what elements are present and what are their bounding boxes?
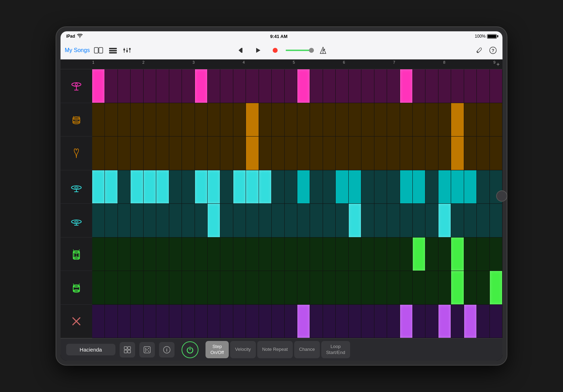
grid-cell-1-5[interactable] xyxy=(156,103,169,137)
add-track-button[interactable]: + xyxy=(496,61,500,68)
grid-cell-1-24[interactable] xyxy=(400,103,413,137)
grid-cell-3-23[interactable] xyxy=(387,170,400,204)
grid-cell-1-7[interactable] xyxy=(182,103,195,137)
grid-cell-1-13[interactable] xyxy=(259,103,272,137)
grid-cell-5-27[interactable] xyxy=(438,238,451,271)
grid-cell-2-0[interactable] xyxy=(92,137,105,170)
grid-view-button[interactable] xyxy=(120,342,135,358)
grid-cell-6-12[interactable] xyxy=(246,271,259,304)
grid-cell-6-16[interactable] xyxy=(297,271,310,304)
grid-cell-2-1[interactable] xyxy=(105,137,118,170)
grid-cell-2-31[interactable] xyxy=(490,137,502,170)
grid-cell-5-22[interactable] xyxy=(374,238,387,271)
grid-cell-1-26[interactable] xyxy=(425,103,438,137)
grid-cell-0-31[interactable] xyxy=(490,69,502,103)
grid-cell-0-23[interactable] xyxy=(387,69,400,103)
grid-cell-3-8[interactable] xyxy=(195,170,208,204)
grid-cell-2-6[interactable] xyxy=(169,137,182,170)
grid-cell-4-1[interactable] xyxy=(105,204,118,237)
grid-cell-6-9[interactable] xyxy=(208,271,220,304)
grid-cell-5-14[interactable] xyxy=(272,238,284,271)
split-view-icon[interactable] xyxy=(93,46,105,55)
grid-cell-5-5[interactable] xyxy=(156,238,169,271)
grid-cell-2-2[interactable] xyxy=(118,137,131,170)
grid-cell-5-2[interactable] xyxy=(118,238,131,271)
grid-cell-2-4[interactable] xyxy=(144,137,156,170)
grid-cell-4-7[interactable] xyxy=(182,204,195,237)
grid-cell-1-30[interactable] xyxy=(477,103,489,137)
grid-cell-7-31[interactable] xyxy=(490,305,502,338)
grid-cell-6-28[interactable] xyxy=(451,271,464,304)
grid-cell-0-6[interactable] xyxy=(169,69,182,103)
grid-cell-2-5[interactable] xyxy=(156,137,169,170)
grid-cell-6-20[interactable] xyxy=(349,271,361,304)
grid-cell-1-14[interactable] xyxy=(272,103,284,137)
grid-cell-0-21[interactable] xyxy=(361,69,374,103)
grid-cell-0-16[interactable] xyxy=(297,69,310,103)
dice-button[interactable] xyxy=(139,342,155,358)
grid-cell-0-9[interactable] xyxy=(208,69,220,103)
grid-cell-1-25[interactable] xyxy=(413,103,425,137)
grid-cell-0-26[interactable] xyxy=(425,69,438,103)
grid-cell-6-26[interactable] xyxy=(425,271,438,304)
my-songs-button[interactable]: My Songs xyxy=(65,47,90,53)
grid-cell-6-7[interactable] xyxy=(182,271,195,304)
grid-cell-1-21[interactable] xyxy=(361,103,374,137)
grid-cell-5-1[interactable] xyxy=(105,238,118,271)
grid-cell-3-4[interactable] xyxy=(144,170,156,204)
grid-cell-4-25[interactable] xyxy=(413,204,425,237)
grid-cell-0-0[interactable] xyxy=(92,69,105,103)
grid-cell-1-29[interactable] xyxy=(464,103,477,137)
grid-cell-7-19[interactable] xyxy=(336,305,348,338)
info-button[interactable]: i xyxy=(159,342,175,358)
grid-cell-4-29[interactable] xyxy=(464,204,477,237)
grid-cell-2-24[interactable] xyxy=(400,137,413,170)
grid-cell-2-17[interactable] xyxy=(310,137,323,170)
grid-cell-6-14[interactable] xyxy=(272,271,284,304)
grid-cell-3-30[interactable] xyxy=(477,170,489,204)
grid-cell-1-22[interactable] xyxy=(374,103,387,137)
grid-cell-0-12[interactable] xyxy=(246,69,259,103)
grid-cell-0-13[interactable] xyxy=(259,69,272,103)
grid-cell-5-8[interactable] xyxy=(195,238,208,271)
grid-cell-4-16[interactable] xyxy=(297,204,310,237)
grid-cell-1-11[interactable] xyxy=(233,103,246,137)
grid-cell-1-10[interactable] xyxy=(220,103,233,137)
grid-cell-1-1[interactable] xyxy=(105,103,118,137)
grid-cell-6-29[interactable] xyxy=(464,271,477,304)
grid-cell-0-20[interactable] xyxy=(349,69,361,103)
grid-cell-3-0[interactable] xyxy=(92,170,105,204)
grid-cell-7-6[interactable] xyxy=(169,305,182,338)
track-icon-7[interactable] xyxy=(61,305,92,339)
grid-cell-3-14[interactable] xyxy=(272,170,284,204)
grid-cell-4-19[interactable] xyxy=(336,204,348,237)
grid-cell-1-2[interactable] xyxy=(118,103,131,137)
grid-cell-7-23[interactable] xyxy=(387,305,400,338)
grid-cell-2-25[interactable] xyxy=(413,137,425,170)
grid-cell-7-22[interactable] xyxy=(374,305,387,338)
grid-cell-4-3[interactable] xyxy=(131,204,143,237)
grid-cell-3-18[interactable] xyxy=(323,170,336,204)
grid-cell-4-18[interactable] xyxy=(323,204,336,237)
grid-cell-7-12[interactable] xyxy=(246,305,259,338)
grid-cell-3-25[interactable] xyxy=(413,170,425,204)
grid-cell-6-8[interactable] xyxy=(195,271,208,304)
home-button[interactable] xyxy=(496,190,507,202)
mode-button-3[interactable]: Chance xyxy=(294,341,320,359)
grid-cell-2-8[interactable] xyxy=(195,137,208,170)
grid-cell-3-1[interactable] xyxy=(105,170,118,204)
grid-cell-3-27[interactable] xyxy=(438,170,451,204)
grid-cell-2-15[interactable] xyxy=(285,137,297,170)
volume-knob[interactable] xyxy=(309,48,314,53)
grid-cell-3-15[interactable] xyxy=(285,170,297,204)
mode-button-0[interactable]: Step On/Off xyxy=(205,341,229,359)
mode-button-1[interactable]: Velocity xyxy=(230,341,256,359)
grid-cell-7-25[interactable] xyxy=(413,305,425,338)
grid-cell-6-21[interactable] xyxy=(361,271,374,304)
play-button[interactable] xyxy=(252,44,265,57)
grid-cell-6-2[interactable] xyxy=(118,271,131,304)
grid-cell-3-29[interactable] xyxy=(464,170,477,204)
grid-cell-7-30[interactable] xyxy=(477,305,489,338)
power-button[interactable] xyxy=(182,341,198,358)
grid-cell-5-12[interactable] xyxy=(246,238,259,271)
